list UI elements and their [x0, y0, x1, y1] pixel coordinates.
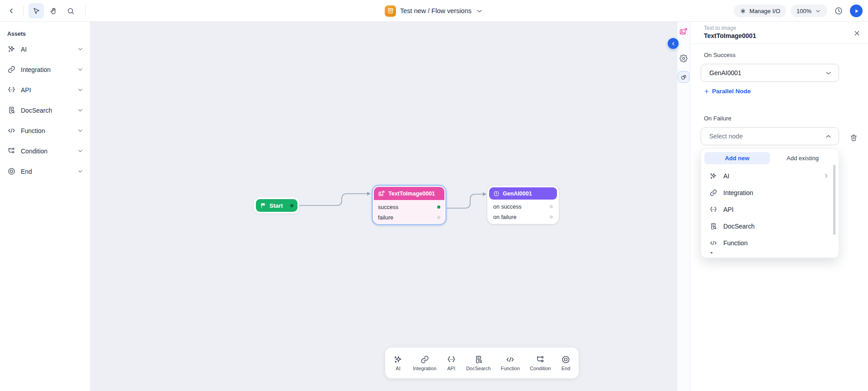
close-panel-button[interactable]: [851, 27, 863, 39]
delete-connection-button[interactable]: [848, 132, 859, 143]
dropdown-scrollbar[interactable]: [833, 165, 835, 235]
flow-badge-icon: [385, 5, 396, 17]
end-circle-icon: [561, 355, 571, 364]
palette-item-api[interactable]: API: [447, 355, 456, 371]
sidebar-item-api[interactable]: API: [0, 80, 90, 100]
braces-icon: [7, 86, 16, 94]
genai-boxed-t-icon: [493, 191, 500, 197]
palette-item-end[interactable]: End: [561, 355, 571, 371]
output-label: on success: [493, 204, 522, 210]
palette-item-function[interactable]: Function: [501, 355, 520, 371]
divider: [24, 6, 24, 16]
palette-item-label: AI: [396, 366, 400, 371]
node-output-on-success[interactable]: on success: [493, 201, 553, 212]
node-settings-panel: Text to image TextToImage0001 On Success…: [690, 22, 868, 391]
search-tool-button[interactable]: [63, 3, 78, 19]
output-label: failure: [378, 215, 393, 221]
assets-sidebar: Assets AI Integration API DocSearch Func…: [0, 22, 90, 391]
palette-item-label: DocSearch: [466, 366, 491, 371]
connections-tab-icon[interactable]: [678, 71, 689, 83]
sidebar-item-end[interactable]: End: [0, 161, 90, 181]
palette-item-label: End: [561, 366, 571, 371]
branch-icon: [536, 355, 545, 364]
sidebar-item-label: Function: [21, 127, 45, 134]
text-to-image-tab-icon[interactable]: [679, 27, 688, 36]
ai-sparkle-icon: [393, 355, 403, 364]
sidebar-item-integration[interactable]: Integration: [0, 59, 90, 80]
palette-item-ai[interactable]: AI: [393, 355, 403, 371]
output-port[interactable]: [550, 215, 553, 219]
output-port[interactable]: [437, 205, 440, 209]
node-palette-toolbar: AI Integration API DocSearch Function Co…: [385, 348, 579, 378]
node-output-failure[interactable]: failure: [378, 212, 440, 223]
link-icon: [7, 65, 16, 74]
play-icon: [853, 8, 860, 14]
palette-item-integration[interactable]: Integration: [413, 355, 436, 371]
node-output-success[interactable]: success: [378, 202, 440, 212]
parallel-node-label: Parallel Node: [712, 88, 751, 95]
history-button[interactable]: [832, 4, 845, 18]
node-start[interactable]: Start: [254, 197, 299, 214]
dropdown-item-label: Function: [723, 239, 748, 247]
dropdown-item-function[interactable]: Function: [701, 234, 839, 251]
collapse-panel-button[interactable]: [668, 38, 679, 49]
back-button[interactable]: [4, 3, 19, 19]
clock-history-icon: [834, 6, 843, 15]
dropdown-item-api[interactable]: API: [701, 201, 839, 218]
flow-version-dropdown[interactable]: [476, 7, 483, 15]
doc-search-icon: [709, 222, 717, 230]
hand-tool-button[interactable]: [46, 3, 61, 19]
code-icon: [709, 239, 717, 247]
doc-search-icon: [7, 106, 16, 114]
output-port[interactable]: [550, 205, 553, 208]
chevron-down-icon: [476, 7, 483, 15]
flow-title: Test new / Flow versions: [400, 7, 472, 14]
palette-item-label: API: [447, 366, 455, 371]
doc-search-icon: [474, 355, 483, 364]
code-icon: [7, 126, 16, 135]
braces-icon: [709, 205, 717, 214]
gear-icon[interactable]: [679, 54, 688, 62]
sidebar-item-condition[interactable]: Condition: [0, 141, 90, 161]
dropdown-item-integration[interactable]: Integration: [701, 184, 839, 201]
chevron-down-icon: [77, 86, 84, 93]
edge-t2i-to-genai: [447, 194, 483, 208]
on-failure-select[interactable]: Select node: [701, 127, 839, 145]
manage-io-label: Manage I/O: [750, 8, 780, 14]
zoom-level-dropdown[interactable]: 100%: [791, 5, 827, 17]
output-port[interactable]: [437, 216, 440, 219]
dropdown-item-ai[interactable]: AI: [701, 167, 839, 184]
top-bar: Test new / Flow versions Manage I/O 100%: [0, 0, 868, 22]
palette-item-label: Condition: [530, 366, 551, 371]
on-success-select[interactable]: GenAI0001: [701, 64, 839, 82]
palette-item-docsearch[interactable]: DocSearch: [466, 355, 491, 371]
manage-io-button[interactable]: Manage I/O: [734, 5, 786, 17]
on-failure-placeholder: Select node: [709, 133, 743, 140]
sidebar-item-label: Integration: [21, 66, 51, 73]
palette-item-condition[interactable]: Condition: [530, 355, 551, 371]
add-parallel-node-button[interactable]: Parallel Node: [703, 88, 751, 95]
dropdown-item-docsearch[interactable]: DocSearch: [701, 218, 839, 234]
run-flow-button[interactable]: [850, 5, 863, 17]
node-output-on-failure[interactable]: on failure: [493, 212, 553, 222]
sidebar-item-docsearch[interactable]: DocSearch: [0, 100, 90, 120]
sidebar-item-ai[interactable]: AI: [0, 39, 90, 59]
code-icon: [505, 355, 515, 364]
node-text-to-image[interactable]: TextToImage0001 success failure: [372, 185, 447, 225]
output-port[interactable]: [290, 204, 293, 207]
chevron-right-icon: [823, 172, 830, 179]
chevron-down-icon: [77, 127, 84, 134]
tab-add-existing[interactable]: Add existing: [770, 152, 835, 164]
dropdown-item-label: DocSearch: [723, 223, 755, 230]
chevron-down-icon: [77, 66, 84, 73]
pointer-tool-button[interactable]: [28, 3, 44, 19]
flow-canvas[interactable]: Start TextToImage0001 success failure: [90, 22, 677, 391]
tab-add-new[interactable]: Add new: [704, 152, 770, 164]
node-start-label: Start: [269, 202, 283, 209]
end-circle-icon: [7, 167, 16, 176]
node-gen-ai[interactable]: GenAI0001 on success on failure: [487, 186, 559, 224]
arrowhead-icon: [367, 192, 371, 196]
ai-sparkle-icon: [7, 45, 16, 53]
output-label: on failure: [493, 214, 516, 220]
sidebar-item-function[interactable]: Function: [0, 120, 90, 141]
